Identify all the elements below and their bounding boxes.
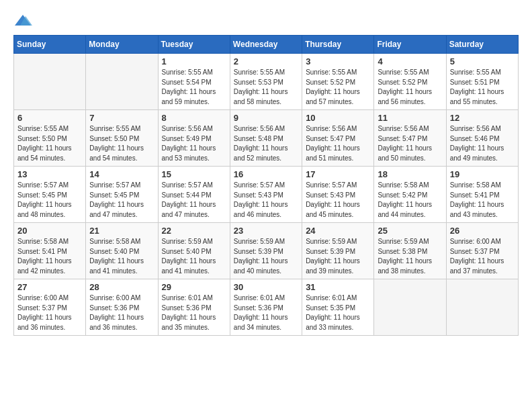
calendar-cell: 20Sunrise: 5:58 AM Sunset: 5:41 PM Dayli…	[14, 223, 86, 279]
day-number: 29	[162, 282, 226, 292]
day-number: 5	[450, 56, 515, 66]
calendar-week-row: 20Sunrise: 5:58 AM Sunset: 5:41 PM Dayli…	[14, 223, 519, 279]
calendar-cell: 6Sunrise: 5:55 AM Sunset: 5:50 PM Daylig…	[14, 110, 86, 167]
day-info: Sunrise: 5:56 AM Sunset: 5:47 PM Dayligh…	[378, 124, 442, 163]
calendar-cell	[86, 54, 158, 110]
day-info: Sunrise: 6:01 AM Sunset: 5:35 PM Dayligh…	[306, 293, 370, 332]
day-info: Sunrise: 5:56 AM Sunset: 5:46 PM Dayligh…	[450, 124, 515, 163]
day-info: Sunrise: 5:55 AM Sunset: 5:53 PM Dayligh…	[234, 68, 298, 107]
calendar-body: 1Sunrise: 5:55 AM Sunset: 5:54 PM Daylig…	[14, 54, 519, 336]
day-info: Sunrise: 5:59 AM Sunset: 5:38 PM Dayligh…	[378, 237, 442, 276]
day-number: 14	[89, 169, 154, 179]
day-info: Sunrise: 5:57 AM Sunset: 5:44 PM Dayligh…	[162, 181, 226, 220]
page-header	[13, 13, 519, 28]
calendar-cell: 16Sunrise: 5:57 AM Sunset: 5:43 PM Dayli…	[230, 167, 302, 223]
calendar-cell: 13Sunrise: 5:57 AM Sunset: 5:45 PM Dayli…	[14, 167, 86, 223]
day-info: Sunrise: 5:59 AM Sunset: 5:40 PM Dayligh…	[162, 237, 226, 276]
day-info: Sunrise: 5:58 AM Sunset: 5:41 PM Dayligh…	[17, 237, 82, 276]
weekday-header: Saturday	[446, 36, 518, 54]
day-number: 18	[378, 169, 442, 179]
day-info: Sunrise: 6:00 AM Sunset: 5:37 PM Dayligh…	[17, 293, 82, 332]
day-info: Sunrise: 5:55 AM Sunset: 5:50 PM Dayligh…	[89, 124, 154, 163]
day-info: Sunrise: 6:00 AM Sunset: 5:36 PM Dayligh…	[89, 293, 154, 332]
calendar-cell	[446, 279, 518, 336]
calendar-cell: 29Sunrise: 6:01 AM Sunset: 5:36 PM Dayli…	[158, 279, 230, 336]
calendar-cell: 5Sunrise: 5:55 AM Sunset: 5:51 PM Daylig…	[446, 54, 518, 110]
day-number: 20	[17, 226, 82, 236]
day-number: 24	[306, 226, 370, 236]
day-info: Sunrise: 5:59 AM Sunset: 5:39 PM Dayligh…	[306, 237, 370, 276]
day-number: 25	[378, 226, 442, 236]
calendar-cell: 22Sunrise: 5:59 AM Sunset: 5:40 PM Dayli…	[158, 223, 230, 279]
day-info: Sunrise: 5:55 AM Sunset: 5:50 PM Dayligh…	[17, 124, 82, 163]
day-number: 10	[306, 113, 370, 123]
day-number: 26	[450, 226, 515, 236]
weekday-header: Tuesday	[158, 36, 230, 54]
weekday-header: Friday	[374, 36, 446, 54]
calendar-week-row: 6Sunrise: 5:55 AM Sunset: 5:50 PM Daylig…	[14, 110, 519, 167]
calendar-cell: 24Sunrise: 5:59 AM Sunset: 5:39 PM Dayli…	[302, 223, 374, 279]
calendar-cell: 15Sunrise: 5:57 AM Sunset: 5:44 PM Dayli…	[158, 167, 230, 223]
day-number: 11	[378, 113, 442, 123]
day-info: Sunrise: 5:59 AM Sunset: 5:39 PM Dayligh…	[234, 237, 298, 276]
calendar-header-row: SundayMondayTuesdayWednesdayThursdayFrid…	[14, 36, 519, 54]
day-info: Sunrise: 6:01 AM Sunset: 5:36 PM Dayligh…	[234, 293, 298, 332]
day-number: 8	[162, 113, 226, 123]
day-info: Sunrise: 5:56 AM Sunset: 5:48 PM Dayligh…	[234, 124, 298, 163]
logo-icon	[13, 13, 32, 28]
calendar-cell: 23Sunrise: 5:59 AM Sunset: 5:39 PM Dayli…	[230, 223, 302, 279]
weekday-header: Wednesday	[230, 36, 302, 54]
calendar-cell: 14Sunrise: 5:57 AM Sunset: 5:45 PM Dayli…	[86, 167, 158, 223]
day-number: 27	[17, 282, 82, 292]
calendar-cell: 30Sunrise: 6:01 AM Sunset: 5:36 PM Dayli…	[230, 279, 302, 336]
calendar-cell: 19Sunrise: 5:58 AM Sunset: 5:41 PM Dayli…	[446, 167, 518, 223]
calendar-cell: 26Sunrise: 6:00 AM Sunset: 5:37 PM Dayli…	[446, 223, 518, 279]
day-number: 12	[450, 113, 515, 123]
day-number: 31	[306, 282, 370, 292]
day-info: Sunrise: 5:55 AM Sunset: 5:54 PM Dayligh…	[162, 68, 226, 107]
day-info: Sunrise: 5:56 AM Sunset: 5:49 PM Dayligh…	[162, 124, 226, 163]
calendar-cell: 18Sunrise: 5:58 AM Sunset: 5:42 PM Dayli…	[374, 167, 446, 223]
day-number: 28	[89, 282, 154, 292]
day-info: Sunrise: 5:58 AM Sunset: 5:40 PM Dayligh…	[89, 237, 154, 276]
day-number: 2	[234, 56, 298, 66]
day-number: 1	[162, 56, 226, 66]
calendar-cell: 17Sunrise: 5:57 AM Sunset: 5:43 PM Dayli…	[302, 167, 374, 223]
weekday-header: Monday	[86, 36, 158, 54]
day-number: 7	[89, 113, 154, 123]
day-info: Sunrise: 5:55 AM Sunset: 5:52 PM Dayligh…	[306, 68, 370, 107]
day-info: Sunrise: 5:56 AM Sunset: 5:47 PM Dayligh…	[306, 124, 370, 163]
day-info: Sunrise: 6:01 AM Sunset: 5:36 PM Dayligh…	[162, 293, 226, 332]
day-info: Sunrise: 5:58 AM Sunset: 5:41 PM Dayligh…	[450, 181, 515, 220]
calendar-cell: 21Sunrise: 5:58 AM Sunset: 5:40 PM Dayli…	[86, 223, 158, 279]
day-number: 13	[17, 169, 82, 179]
day-info: Sunrise: 5:55 AM Sunset: 5:52 PM Dayligh…	[378, 68, 442, 107]
calendar-cell: 3Sunrise: 5:55 AM Sunset: 5:52 PM Daylig…	[302, 54, 374, 110]
calendar-cell: 12Sunrise: 5:56 AM Sunset: 5:46 PM Dayli…	[446, 110, 518, 167]
calendar-cell: 10Sunrise: 5:56 AM Sunset: 5:47 PM Dayli…	[302, 110, 374, 167]
calendar-cell: 4Sunrise: 5:55 AM Sunset: 5:52 PM Daylig…	[374, 54, 446, 110]
calendar-cell: 8Sunrise: 5:56 AM Sunset: 5:49 PM Daylig…	[158, 110, 230, 167]
day-info: Sunrise: 5:57 AM Sunset: 5:43 PM Dayligh…	[234, 181, 298, 220]
calendar-week-row: 1Sunrise: 5:55 AM Sunset: 5:54 PM Daylig…	[14, 54, 519, 110]
calendar-cell: 2Sunrise: 5:55 AM Sunset: 5:53 PM Daylig…	[230, 54, 302, 110]
day-info: Sunrise: 6:00 AM Sunset: 5:37 PM Dayligh…	[450, 237, 515, 276]
day-number: 23	[234, 226, 298, 236]
day-number: 16	[234, 169, 298, 179]
calendar-week-row: 13Sunrise: 5:57 AM Sunset: 5:45 PM Dayli…	[14, 167, 519, 223]
calendar-cell: 9Sunrise: 5:56 AM Sunset: 5:48 PM Daylig…	[230, 110, 302, 167]
day-number: 6	[17, 113, 82, 123]
day-number: 9	[234, 113, 298, 123]
day-info: Sunrise: 5:57 AM Sunset: 5:45 PM Dayligh…	[17, 181, 82, 220]
weekday-header: Thursday	[302, 36, 374, 54]
day-info: Sunrise: 5:57 AM Sunset: 5:45 PM Dayligh…	[89, 181, 154, 220]
calendar-cell: 27Sunrise: 6:00 AM Sunset: 5:37 PM Dayli…	[14, 279, 86, 336]
day-number: 3	[306, 56, 370, 66]
day-info: Sunrise: 5:58 AM Sunset: 5:42 PM Dayligh…	[378, 181, 442, 220]
calendar-cell	[14, 54, 86, 110]
day-number: 15	[162, 169, 226, 179]
calendar-table: SundayMondayTuesdayWednesdayThursdayFrid…	[13, 35, 519, 336]
calendar-cell: 25Sunrise: 5:59 AM Sunset: 5:38 PM Dayli…	[374, 223, 446, 279]
day-info: Sunrise: 5:57 AM Sunset: 5:43 PM Dayligh…	[306, 181, 370, 220]
calendar-cell: 7Sunrise: 5:55 AM Sunset: 5:50 PM Daylig…	[86, 110, 158, 167]
